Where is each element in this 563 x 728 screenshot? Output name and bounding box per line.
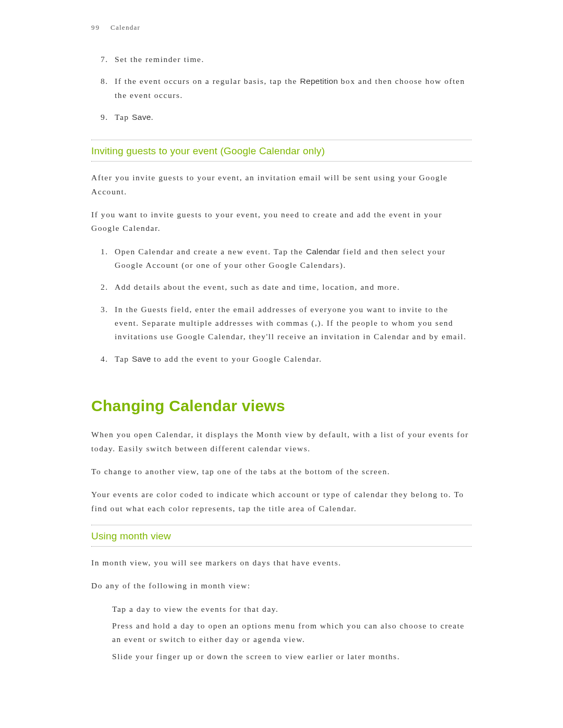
text-segment: Tap bbox=[115, 113, 132, 121]
paragraph: To change to another view, tap one of th… bbox=[91, 465, 472, 478]
section-divider: Inviting guests to your event (Google Ca… bbox=[91, 140, 472, 162]
section-heading: Inviting guests to your event (Google Ca… bbox=[91, 145, 472, 157]
list-item: Slide your finger up or down the screen … bbox=[91, 650, 472, 663]
page-number: 99 bbox=[91, 23, 100, 32]
list-item: Tap a day to view the events for that da… bbox=[91, 602, 472, 616]
bullet-list: Tap a day to view the events for that da… bbox=[91, 602, 472, 663]
paragraph: After you invite guests to your event, a… bbox=[91, 171, 472, 199]
ui-term: Calendar bbox=[306, 247, 340, 256]
section-divider: Using month view bbox=[91, 525, 472, 547]
chapter-name: Calendar bbox=[111, 23, 140, 32]
page-header: 99 Calendar bbox=[91, 23, 472, 32]
text-segment: If the event occurs on a regular basis, … bbox=[115, 77, 300, 85]
ui-term: Save bbox=[132, 354, 151, 363]
text-segment: Open Calendar and create a new event. Ta… bbox=[115, 247, 306, 256]
paragraph: If you want to invite guests to your eve… bbox=[91, 208, 472, 236]
list-item: Add details about the event, such as dat… bbox=[91, 280, 472, 294]
text-segment: to add the event to your Google Calendar… bbox=[151, 354, 322, 363]
ui-term: Save bbox=[132, 113, 151, 121]
list-item: Set the reminder time. bbox=[91, 53, 472, 66]
paragraph: When you open Calendar, it displays the … bbox=[91, 428, 472, 455]
paragraph: Do any of the following in month view: bbox=[91, 579, 472, 593]
text-segment: . bbox=[151, 113, 154, 121]
list-item: Tap Save to add the event to your Google… bbox=[91, 352, 472, 366]
steps-list: Open Calendar and create a new event. Ta… bbox=[91, 245, 472, 366]
paragraph: Your events are color coded to indicate … bbox=[91, 488, 472, 515]
list-item: In the Guests field, enter the email add… bbox=[91, 303, 472, 344]
ui-term: Repetition bbox=[300, 77, 338, 85]
list-item: Press and hold a day to open an options … bbox=[91, 619, 472, 647]
list-item: Tap Save. bbox=[91, 110, 472, 124]
paragraph: In month view, you will see markers on d… bbox=[91, 556, 472, 570]
list-item: If the event occurs on a regular basis, … bbox=[91, 75, 472, 102]
text-segment: Tap bbox=[115, 354, 132, 363]
main-heading: Changing Calendar views bbox=[91, 397, 472, 415]
section-heading: Using month view bbox=[91, 530, 472, 542]
list-item: Open Calendar and create a new event. Ta… bbox=[91, 245, 472, 273]
continued-steps-list: Set the reminder time. If the event occu… bbox=[91, 53, 472, 124]
